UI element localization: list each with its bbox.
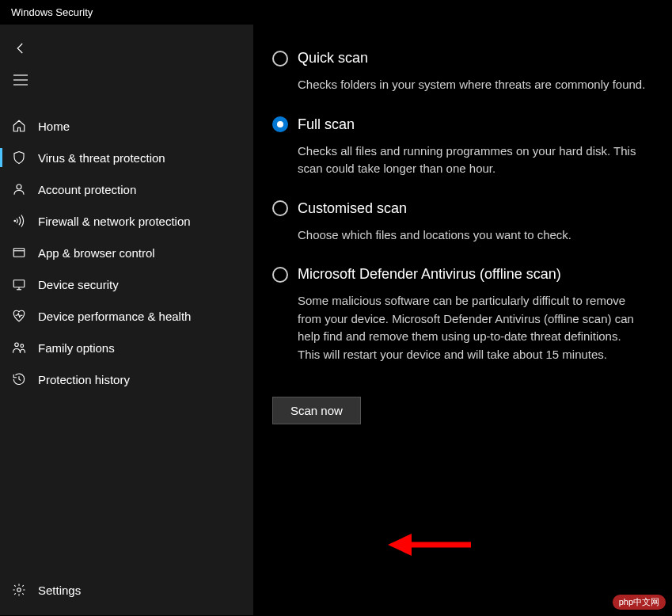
gear-icon: [11, 582, 27, 598]
option-title: Quick scan: [298, 50, 368, 67]
main-content: Quick scan Checks folders in your system…: [253, 25, 672, 615]
sidebar-item-virus-threat[interactable]: Virus & threat protection: [0, 142, 253, 173]
radio-row-quick[interactable]: Quick scan: [272, 50, 653, 67]
option-title: Full scan: [298, 116, 355, 133]
option-desc: Checks folders in your system where thre…: [298, 76, 646, 94]
device-icon: [11, 276, 27, 292]
browser-icon: [11, 245, 27, 260]
shield-icon: [11, 150, 27, 165]
hamburger-menu-button[interactable]: [5, 64, 36, 96]
sidebar: Home Virus & threat protection Account p…: [0, 25, 253, 615]
sidebar-item-performance[interactable]: Device performance & health: [0, 300, 253, 332]
family-icon: [11, 340, 27, 356]
sidebar-item-label: Virus & threat protection: [38, 151, 165, 165]
svg-rect-5: [13, 249, 25, 257]
svg-rect-7: [13, 280, 25, 287]
radio-quick[interactable]: [272, 51, 288, 67]
sidebar-item-label: App & browser control: [38, 246, 155, 260]
option-desc: Checks all files and running programmes …: [298, 143, 646, 178]
home-icon: [11, 118, 27, 134]
radio-custom[interactable]: [272, 200, 288, 216]
sidebar-item-label: Settings: [38, 584, 81, 597]
account-icon: [11, 181, 27, 197]
sidebar-item-label: Protection history: [38, 373, 130, 386]
option-desc: Some malicious software can be particula…: [298, 292, 646, 363]
window-title: Windows Security: [0, 0, 672, 25]
sidebar-item-label: Account protection: [38, 183, 136, 196]
scan-option-offline: Microsoft Defender Antivirus (offline sc…: [272, 266, 653, 363]
sidebar-item-label: Firewall & network protection: [38, 215, 191, 228]
sidebar-item-firewall[interactable]: Firewall & network protection: [0, 205, 253, 237]
radio-row-full[interactable]: Full scan: [272, 116, 653, 133]
scan-now-button[interactable]: Scan now: [272, 397, 361, 424]
radio-full[interactable]: [272, 116, 288, 132]
sidebar-item-home[interactable]: Home: [0, 110, 253, 142]
svg-point-12: [17, 588, 21, 592]
sidebar-item-label: Family options: [38, 341, 115, 355]
history-icon: [11, 371, 27, 387]
scan-option-custom: Customised scan Choose which files and l…: [272, 200, 653, 245]
radio-offline[interactable]: [272, 267, 288, 283]
firewall-icon: [11, 213, 27, 229]
svg-point-10: [15, 343, 19, 347]
sidebar-item-label: Device security: [38, 278, 119, 291]
svg-point-11: [21, 344, 24, 348]
scan-option-quick: Quick scan Checks folders in your system…: [272, 50, 653, 94]
back-button[interactable]: [5, 32, 36, 64]
watermark: php中文网: [613, 595, 666, 610]
radio-row-custom[interactable]: Customised scan: [272, 200, 653, 217]
sidebar-item-history[interactable]: Protection history: [0, 363, 253, 395]
option-desc: Choose which files and locations you wan…: [298, 226, 646, 245]
sidebar-item-app-browser[interactable]: App & browser control: [0, 237, 253, 268]
radio-row-offline[interactable]: Microsoft Defender Antivirus (offline sc…: [272, 266, 653, 283]
sidebar-item-family[interactable]: Family options: [0, 332, 253, 363]
sidebar-item-device-security[interactable]: Device security: [0, 268, 253, 300]
sidebar-item-settings[interactable]: Settings: [0, 574, 253, 606]
scan-option-full: Full scan Checks all files and running p…: [272, 116, 653, 178]
option-title: Customised scan: [298, 200, 407, 217]
svg-point-3: [17, 184, 21, 189]
sidebar-item-label: Device performance & health: [38, 310, 191, 323]
svg-point-4: [14, 220, 16, 222]
sidebar-item-account[interactable]: Account protection: [0, 173, 253, 205]
sidebar-item-label: Home: [38, 120, 70, 133]
heart-icon: [11, 308, 27, 324]
option-title: Microsoft Defender Antivirus (offline sc…: [298, 266, 561, 283]
